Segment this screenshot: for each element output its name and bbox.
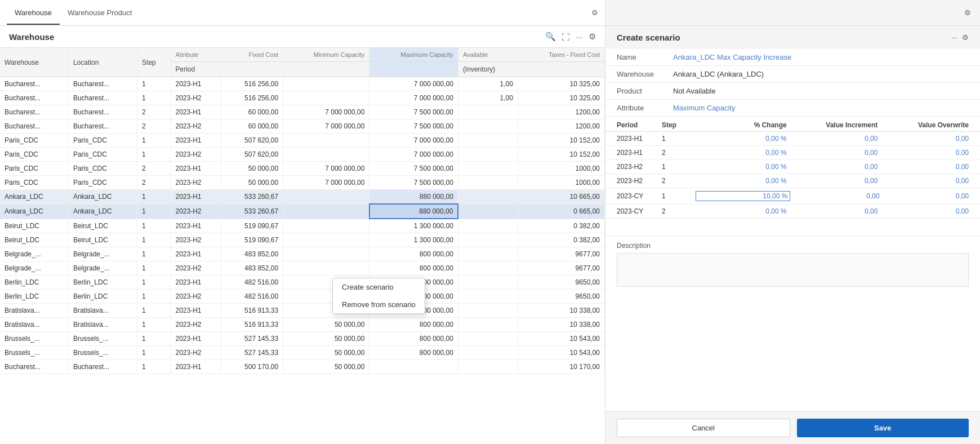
cell-available: [458, 176, 518, 190]
scenario-gear-icon[interactable]: ⚙: [962, 33, 969, 42]
scenario-overwrite[interactable]: 0,00: [877, 135, 969, 143]
col-header-warehouse: Warehouse: [0, 48, 68, 77]
pct-change-value[interactable]: 0,00 %: [696, 177, 787, 185]
table-row[interactable]: Bucharest... Bucharest... 1 2023-H1 500 …: [0, 360, 605, 374]
scenario-more-icon[interactable]: ···: [951, 33, 957, 42]
scenario-increment[interactable]: 0,00: [787, 177, 878, 185]
cell-max-cap: 7 500 000,00: [369, 176, 458, 190]
scenario-overwrite[interactable]: 0,00: [880, 192, 969, 200]
cell-step: 2: [137, 162, 171, 176]
cell-period: 2023-H1: [171, 77, 221, 91]
cell-taxes: 1000,00: [518, 162, 604, 176]
cell-warehouse: Bucharest...: [0, 360, 68, 374]
cell-max-cap: 7 000 000,00: [369, 134, 458, 148]
table-row[interactable]: Paris_CDC Paris_CDC 1 2023-H2 507 620,00…: [0, 148, 605, 162]
cell-taxes: 1000,00: [518, 176, 604, 190]
scenario-title: Create scenario: [617, 33, 951, 42]
description-area: Description: [605, 236, 980, 292]
cell-min-cap: [283, 91, 369, 105]
right-top-gear-icon[interactable]: ⚙: [964, 8, 971, 17]
table-row[interactable]: Paris_CDC Paris_CDC 2 2023-H2 50 000,00 …: [0, 176, 605, 190]
pct-change-field[interactable]: [698, 192, 787, 200]
save-button[interactable]: Save: [797, 419, 969, 437]
scenario-increment[interactable]: 0,00: [790, 192, 879, 200]
pct-change-value[interactable]: 0,00 %: [696, 135, 787, 143]
cancel-button[interactable]: Cancel: [617, 419, 790, 437]
settings-icon[interactable]: ⚙: [589, 32, 596, 42]
table-row[interactable]: Bucharest... Bucharest... 1 2023-H1 516 …: [0, 77, 605, 91]
cell-location: Paris_CDC: [68, 134, 137, 148]
cell-location: Brussels_...: [68, 346, 137, 360]
table-row[interactable]: Beirut_LDC Beirut_LDC 1 2023-H2 519 090,…: [0, 233, 605, 247]
scenario-increment[interactable]: 0,00: [787, 135, 878, 143]
cell-max-cap: 1 300 000,00: [369, 219, 458, 233]
cell-warehouse: Paris_CDC: [0, 148, 68, 162]
cell-max-cap: 7 000 000,00: [369, 91, 458, 105]
cell-taxes: 0 382,00: [518, 233, 604, 247]
table-row[interactable]: Bucharest... Bucharest... 2 2023-H1 60 0…: [0, 105, 605, 119]
table-row[interactable]: Bucharest... Bucharest... 2 2023-H2 60 0…: [0, 119, 605, 134]
cell-step: 1: [137, 190, 171, 205]
table-row[interactable]: Bratislava... Bratislava... 1 2023-H1 51…: [0, 304, 605, 318]
scenario-increment[interactable]: 0,00: [787, 163, 878, 171]
cell-period: 2023-H1: [171, 247, 221, 261]
cell-taxes: 10 152,00: [518, 148, 604, 162]
warehouse-table: Warehouse Location Step Attribute Fixed …: [0, 48, 605, 374]
fullscreen-icon[interactable]: ⛶: [562, 32, 570, 42]
tab-warehouse-product[interactable]: Warehouse Product: [60, 2, 140, 25]
table-row[interactable]: Bucharest... Bucharest... 1 2023-H2 516 …: [0, 91, 605, 105]
scenario-overwrite[interactable]: 0,00: [877, 149, 969, 157]
context-menu-remove-scenario[interactable]: Remove from scenario: [333, 296, 425, 313]
table-row[interactable]: Berlin_LDC Berlin_LDC 1 2023-H1 482 516,…: [0, 276, 605, 290]
cell-taxes: 9677,00: [518, 247, 604, 261]
context-menu: Create scenario Remove from scenario: [332, 278, 425, 314]
attribute-value[interactable]: Maximum Capacity: [673, 104, 969, 112]
cell-taxes: 0 665,00: [518, 204, 604, 219]
scenario-overwrite[interactable]: 0,00: [877, 163, 969, 171]
table-row[interactable]: Belgrade_... Belgrade_... 1 2023-H1 483 …: [0, 247, 605, 261]
table-row[interactable]: Brussels_... Brussels_... 1 2023-H1 527 …: [0, 332, 605, 346]
table-row[interactable]: Ankara_LDC Ankara_LDC 1 2023-H2 533 260,…: [0, 204, 605, 219]
cell-fixed-cost: 527 145,33: [221, 332, 283, 346]
table-row[interactable]: Paris_CDC Paris_CDC 2 2023-H1 50 000,00 …: [0, 162, 605, 176]
cell-location: Belgrade_...: [68, 261, 137, 276]
cell-warehouse: Ankara_LDC: [0, 190, 68, 205]
right-top-bar: ⚙: [605, 0, 980, 26]
cell-step: 1: [137, 219, 171, 233]
cell-location: Ankara_LDC: [68, 190, 137, 205]
scenario-step: 1: [662, 192, 696, 200]
cell-fixed-cost: 516 913,33: [221, 304, 283, 318]
cell-warehouse: Brussels_...: [0, 346, 68, 360]
pct-change-value[interactable]: 0,00 %: [696, 149, 787, 157]
cell-location: Bucharest...: [68, 91, 137, 105]
table-row[interactable]: Beirut_LDC Beirut_LDC 1 2023-H1 519 090,…: [0, 219, 605, 233]
name-value[interactable]: Ankara_LDC Max Capacity Increase: [673, 53, 969, 61]
context-menu-create-scenario[interactable]: Create scenario: [333, 278, 425, 296]
pct-change-input[interactable]: [696, 191, 790, 201]
pct-change-value[interactable]: 0,00 %: [696, 207, 787, 215]
cell-step: 1: [137, 318, 171, 332]
pct-change-value[interactable]: 0,00 %: [696, 163, 787, 171]
table-row[interactable]: Paris_CDC Paris_CDC 1 2023-H1 507 620,00…: [0, 134, 605, 148]
table-row[interactable]: Brussels_... Brussels_... 1 2023-H2 527 …: [0, 346, 605, 360]
table-row[interactable]: Berlin_LDC Berlin_LDC 1 2023-H2 482 516,…: [0, 290, 605, 304]
table-row[interactable]: Belgrade_... Belgrade_... 1 2023-H2 483 …: [0, 261, 605, 276]
scenario-row: 2023-CY 1 0,00 0,00: [605, 188, 980, 205]
description-box[interactable]: [617, 253, 969, 287]
search-icon[interactable]: 🔍: [545, 32, 556, 42]
cell-period: 2023-H2: [171, 119, 221, 134]
more-icon[interactable]: ···: [576, 32, 583, 42]
table-row[interactable]: Bratislava... Bratislava... 1 2023-H2 51…: [0, 318, 605, 332]
tab-warehouse[interactable]: Warehouse: [7, 2, 60, 25]
scenario-overwrite[interactable]: 0,00: [877, 177, 969, 185]
table-row[interactable]: Ankara_LDC Ankara_LDC 1 2023-H1 533 260,…: [0, 190, 605, 205]
cell-available: [458, 233, 518, 247]
scenario-increment[interactable]: 0,00: [787, 207, 878, 215]
scenario-overwrite[interactable]: 0,00: [877, 207, 969, 215]
cell-location: Bucharest...: [68, 105, 137, 119]
right-content: Create scenario ··· ⚙ Name Ankara_LDC Ma…: [605, 26, 980, 411]
top-gear-icon[interactable]: ⚙: [591, 8, 598, 17]
scenario-increment[interactable]: 0,00: [787, 149, 878, 157]
scenario-step: 2: [662, 149, 696, 157]
scenario-step: 2: [662, 207, 696, 215]
